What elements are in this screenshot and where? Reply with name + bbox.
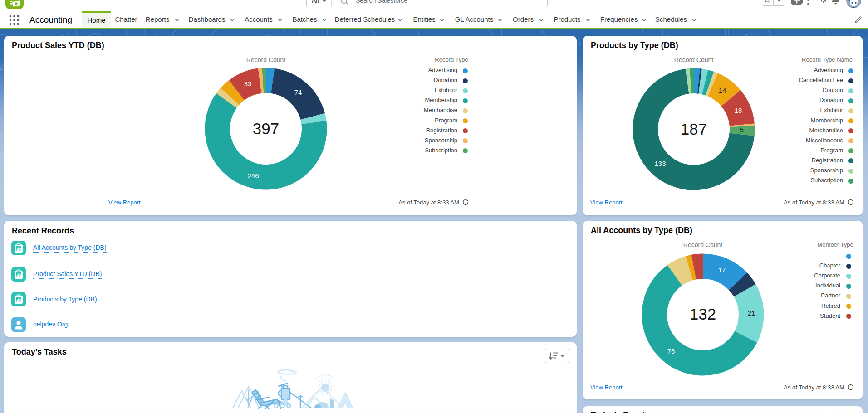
svg-text:74: 74 (294, 88, 302, 96)
svg-text:33: 33 (244, 80, 252, 87)
svg-text:5: 5 (740, 126, 744, 134)
svg-text:133: 133 (654, 160, 666, 167)
svg-text:21: 21 (748, 309, 755, 317)
svg-text:17: 17 (718, 266, 726, 274)
svg-text:14: 14 (719, 87, 726, 94)
svg-text:18: 18 (735, 107, 742, 114)
svg-text:246: 246 (247, 172, 259, 180)
svg-text:76: 76 (667, 347, 675, 355)
